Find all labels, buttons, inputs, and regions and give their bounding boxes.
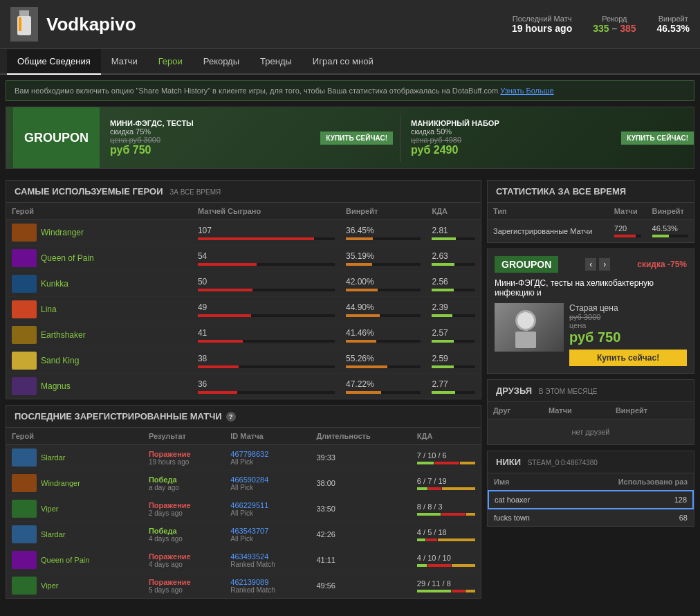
match-time: 2 days ago (149, 509, 219, 517)
username: Vodkapivo (46, 14, 136, 35)
record-separator: – (611, 23, 620, 34)
matches-bar (198, 391, 237, 394)
match-hero-name[interactable]: Viper (41, 581, 58, 590)
kda-bar (432, 314, 452, 317)
kda-deaths-bar (428, 487, 441, 490)
hero-name-link[interactable]: Windranger (41, 228, 84, 237)
matches-bar-bg (198, 365, 335, 368)
match-kda-cell: 8 / 8 / 3 (412, 496, 481, 522)
nav-item-played-with[interactable]: Играл со мной (302, 49, 384, 73)
ad-newprice2: руб 2490 (411, 144, 612, 156)
match-id-link[interactable]: 463493524 (230, 552, 305, 561)
winrate-bar-bg (346, 237, 421, 240)
match-result-cell: Поражение 2 days ago (143, 496, 225, 522)
match-hero-name[interactable]: Slardar (41, 453, 65, 462)
nav-item-records[interactable]: Рекорды (193, 49, 250, 73)
left-panel: САМЫЕ ИСПОЛЬЗУЕМЫЕ ГЕРОИ ЗА ВСЕ ВРЕМЯ Ге… (6, 180, 481, 604)
match-mode: All Pick (230, 509, 305, 517)
match-kda-cell: 4 / 10 / 10 (412, 547, 481, 573)
match-time: 4 days ago (149, 535, 219, 543)
hero-kda-cell: 2.77 (426, 374, 481, 399)
svg-rect-5 (515, 332, 536, 348)
mcol-hero: Герой (6, 428, 143, 445)
hero-icon (12, 224, 37, 242)
groupon-image (495, 303, 564, 352)
hero-name-link[interactable]: Earthshaker (41, 330, 86, 340)
match-id-link[interactable]: 466590284 (230, 475, 305, 484)
hero-row: Queen of Pain 54 35.19% 2.63 (6, 246, 481, 271)
kda-bar-container (417, 590, 475, 592)
nav-item-trends[interactable]: Тренды (250, 49, 302, 73)
header-left: Vodkapivo (10, 7, 136, 42)
last-match-stat: Последний Матч 19 hours ago (512, 15, 572, 34)
match-mode: All Pick (230, 458, 305, 466)
nicks-title: НИКИ STEAM_0:0:48674380 (488, 451, 694, 473)
stat-matches: 720 (609, 220, 647, 242)
hero-winrate-cell: 42.00% (340, 271, 426, 297)
matches-bar-bg (198, 391, 335, 394)
groupon-prev-btn[interactable]: ‹ (585, 258, 596, 271)
hero-matches-cell: 50 (192, 271, 340, 297)
matches-table: Герой Результат ID Матча Длительность КД… (6, 428, 481, 598)
right-panel: СТАТИСТИКА ЗА ВСЕ ВРЕМЯ Тип Матчи Винрей… (487, 180, 694, 604)
hero-winrate-cell: 41.46% (340, 323, 426, 348)
ad-discount2: скидка 50% (411, 127, 612, 136)
match-id-link[interactable]: 466229511 (230, 501, 305, 509)
kda-kills-bar (417, 487, 428, 490)
hero-name-link[interactable]: Lina (41, 305, 57, 314)
hero-matches-cell: 41 (192, 323, 340, 348)
hero-name-link[interactable]: Sand King (41, 356, 79, 365)
nav-item-overview[interactable]: Общие Сведения (7, 49, 101, 75)
match-result: Поражение (149, 450, 219, 458)
match-hero-name[interactable]: Slardar (41, 530, 65, 538)
scol-winrate: Винрейт (647, 203, 694, 220)
winrate-bar-bg (346, 340, 421, 343)
match-id-link[interactable]: 462139089 (230, 578, 305, 586)
recent-matches-section: ПОСЛЕДНИЕ ЗАРЕГИСТРИРОВАННЫЕ МАТЧИ ? Гер… (6, 405, 481, 599)
ad-newprice1: руб 750 (110, 144, 311, 156)
kda-kills-bar (417, 564, 427, 567)
matches-bar-bg (198, 314, 335, 317)
kda-bar-bg (432, 289, 475, 291)
hero-name-link[interactable]: Kunkka (41, 279, 68, 289)
match-hero-cell: Queen of Pain (6, 547, 143, 573)
kda-assists-bar (466, 590, 475, 592)
hero-matches-cell: 49 (192, 297, 340, 323)
buy-btn-1[interactable]: КУПИТЬ СЕЙЧАС! (320, 132, 393, 145)
hero-cell: Kunkka (6, 271, 192, 297)
winrate-bar-bg (346, 391, 421, 394)
match-id-link[interactable]: 463543707 (230, 527, 305, 535)
kda-deaths-bar (427, 564, 452, 567)
match-id-cell: 467798632 All Pick (225, 445, 311, 471)
help-icon[interactable]: ? (226, 412, 236, 422)
match-result: Победа (149, 475, 219, 484)
groupon-next-btn[interactable]: › (599, 258, 610, 271)
match-result-cell: Победа a day ago (143, 471, 225, 496)
kda-assists-bar (438, 538, 475, 541)
hero-name-link[interactable]: Queen of Pain (41, 253, 94, 263)
match-duration-cell: 49:56 (311, 573, 411, 599)
hero-row: Earthshaker 41 41.46% 2.57 (6, 323, 481, 348)
nav-item-heroes[interactable]: Герои (148, 49, 193, 73)
match-id-link[interactable]: 467798632 (230, 450, 305, 458)
most-used-heroes-section: САМЫЕ ИСПОЛЬЗУЕМЫЕ ГЕРОИ ЗА ВСЕ ВРЕМЯ Ге… (6, 180, 481, 399)
kda-deaths-bar (452, 590, 465, 592)
match-id-cell: 463493524 Ranked Match (225, 547, 311, 573)
nicks-table: Имя Использовано раз cat hoaxer 128 fuck… (488, 473, 694, 526)
match-hero-icon (12, 577, 37, 595)
nav-item-matches[interactable]: Матчи (101, 49, 148, 73)
match-hero-name[interactable]: Windranger (41, 479, 80, 487)
buy-btn-2[interactable]: КУПИТЬ СЕЙЧАС! (621, 132, 694, 145)
groupon-buy-button[interactable]: Купить сейчас! (569, 350, 687, 366)
all-time-stats-title: СТАТИСТИКА ЗА ВСЕ ВРЕМЯ (488, 181, 694, 203)
hero-winrate-cell: 47.22% (340, 374, 426, 399)
hero-cell: Queen of Pain (6, 246, 192, 271)
hero-matches-cell: 38 (192, 348, 340, 374)
hero-name-link[interactable]: Magnus (41, 381, 71, 391)
groupon-old-price: руб 3000 (569, 313, 687, 321)
match-hero-name[interactable]: Queen of Pain (41, 556, 89, 564)
kda-bar-bg (432, 340, 475, 343)
groupon-ad-header: GROUPON ‹ › скидка -75% (495, 256, 687, 273)
notice-link[interactable]: Узнать Больше (500, 87, 553, 95)
match-hero-name[interactable]: Viper (41, 505, 58, 513)
